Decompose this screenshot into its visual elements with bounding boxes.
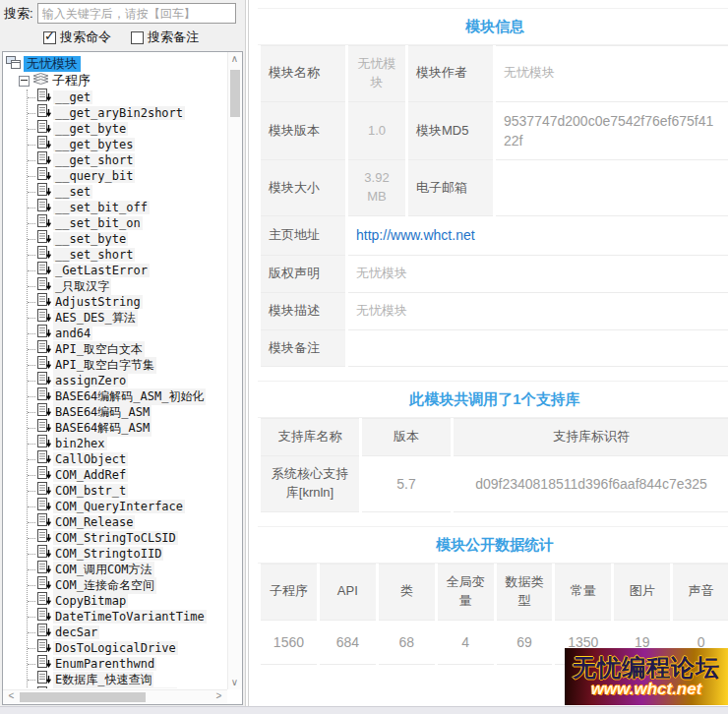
tree-leaf-item[interactable]: BASE64编解码_ASM_初始化 [28, 388, 226, 404]
tree-leaf-item[interactable]: __set_bit_off [28, 200, 226, 215]
tree-leaf-item[interactable]: bin2hex [28, 436, 226, 451]
watermark-url: www.whct.net [591, 680, 702, 699]
tree-group-item[interactable]: 子程序 [19, 72, 226, 89]
search-input[interactable] [37, 3, 236, 24]
tree-leaf-item[interactable]: API_取空白字节集 [28, 357, 226, 373]
tree-leaf-item[interactable]: COM_StringtoIID [28, 546, 226, 562]
info-row: 模块版本1.0模块MD59537747d200c0e7542f76ef675f4… [261, 102, 728, 161]
tree-leaf-label: COM_Release [53, 515, 135, 529]
stats-header-cell: 全局变量 [438, 564, 494, 621]
tree-leaf-item[interactable]: COM_StringToCLSID [28, 530, 226, 546]
tree-leaf-item[interactable]: assignZero [28, 373, 226, 388]
tree-leaf-label: bin2hex [53, 437, 107, 450]
tree-horizontal-scrollbar[interactable]: < > [3, 689, 227, 704]
collapse-icon[interactable] [19, 76, 30, 87]
tree-leaf-label: COM_StringToCLSID [53, 531, 178, 545]
tree-leaf-label: __get_bytes [53, 138, 135, 151]
tree-leaf-item[interactable]: COM_AddRef [28, 467, 226, 483]
info-label: 版权声明 [261, 256, 345, 293]
stats-header-cell: 常量 [555, 564, 611, 621]
tree-vertical-scrollbar[interactable]: ∧ ∨ [227, 52, 242, 689]
tree-content: 无忧模块 子程序 __get __get_aryBin2short __get_… [6, 55, 226, 688]
tree-leaf-item[interactable]: _GetLastError [28, 263, 226, 278]
tree-leaf-item[interactable]: COM_QueryInterface [28, 499, 226, 514]
tree-leaf-label: __get_short [53, 153, 135, 167]
subroutine-folder-icon [32, 73, 49, 89]
vertical-scroll-thumb[interactable] [230, 70, 240, 117]
tree-leaf-label: COM_AddRef [53, 468, 128, 482]
search-command-label: 搜索命令 [60, 29, 111, 46]
libs-header-cell: 版本 [362, 418, 451, 456]
tree-leaf-item[interactable]: __query_bit [28, 168, 226, 184]
tree-leaf-item[interactable]: __set_short [28, 247, 226, 263]
tree-leaf-item[interactable]: DateTimeToVariantTime [28, 609, 226, 625]
tree-leaf-item[interactable]: COM_连接命名空间 [28, 577, 226, 593]
tree-leaf-item[interactable]: __get_short [28, 152, 226, 168]
tree-leaf-item[interactable]: __get [28, 89, 226, 105]
sidebar-panel: 搜索: 搜索命令 搜索备注 无忧模块 子程序 [0, 0, 246, 706]
tree-leaf-label: __set [53, 185, 92, 199]
support-libs-table: 支持库名称版本支持库标识符系统核心支持库[krnln]5.7d09f234081… [258, 418, 728, 512]
search-note-checkbox[interactable] [131, 31, 144, 44]
stats-header-cell: 图片 [614, 564, 670, 621]
tree-leaf-item[interactable]: DosToLogicalDrive [28, 640, 226, 656]
tree-leaf-item[interactable]: BASE64解码_ASM [28, 420, 226, 436]
info-value: 无忧模块 [348, 256, 728, 293]
tree-leaf-item[interactable]: API_取空白文本 [28, 341, 226, 357]
stats-value-cell: 68 [379, 621, 435, 665]
tree-leaf-label: __get_aryBin2short [53, 106, 185, 120]
tree-leaf-item[interactable]: COM_调用COM方法 [28, 562, 226, 577]
scroll-left-icon[interactable]: < [5, 691, 18, 701]
tree-leaf-item[interactable]: __set_byte [28, 231, 226, 247]
libs-header-row: 支持库名称版本支持库标识符 [261, 418, 728, 456]
panel-splitter[interactable] [245, 0, 249, 706]
tree-root-item[interactable]: 无忧模块 [6, 55, 226, 72]
tree-leaf-item[interactable]: E数据库_快速查询 [28, 672, 226, 687]
tree-leaf-item[interactable]: __get_byte [28, 121, 226, 137]
stats-header-cell: 类 [379, 564, 435, 621]
stats-value-cell: 684 [320, 621, 376, 665]
stats-value-cell: 4 [438, 621, 494, 665]
search-command-option[interactable]: 搜索命令 [43, 29, 111, 46]
scroll-right-icon[interactable]: > [212, 691, 225, 701]
tree-leaf-item[interactable]: CallObject [28, 451, 226, 467]
tree-leaf-item[interactable]: COM_bstr_t [28, 483, 226, 499]
tree-leaf-label: DosToLogicalDrive [53, 641, 178, 655]
tree-leaf-item[interactable]: AES_DES_算法 [28, 310, 226, 326]
tree-leaf-item[interactable]: _只取汉字 [28, 278, 226, 294]
tree-leaf-item[interactable]: EnumParenthwnd [28, 656, 226, 672]
search-note-option[interactable]: 搜索备注 [131, 29, 199, 46]
info-label: 电子邮箱 [408, 160, 493, 216]
module-info-content: 模块信息 模块名称无忧模块模块作者无忧模块模块版本1.0模块MD59537747… [258, 8, 728, 679]
tree-leaf-item[interactable]: E数据库_修复易数据库 [28, 687, 226, 688]
tree-leaf-item[interactable]: COM_Release [28, 514, 226, 530]
tree-leaf-label: __set_bit_on [53, 216, 143, 230]
info-value [348, 330, 728, 368]
tree-leaf-item[interactable]: AdjustString [28, 294, 226, 310]
info-value: 无忧模块 [496, 45, 728, 102]
tree-leaf-label: _GetLastError [53, 264, 150, 277]
stats-title: 模块公开数据统计 [258, 526, 728, 564]
tree-leaf-item[interactable]: and64 [28, 326, 226, 341]
tree-leaf-item[interactable]: CopyBitmap [28, 593, 226, 609]
search-command-checkbox[interactable] [43, 31, 56, 44]
info-value: http://www.whct.net [348, 216, 728, 256]
tree-leaf-item[interactable]: __get_bytes [28, 137, 226, 152]
homepage-link[interactable]: http://www.whct.net [356, 227, 475, 243]
horizontal-scroll-thumb[interactable] [20, 692, 146, 702]
tree-leaf-item[interactable]: BASE64编码_ASM [28, 404, 226, 420]
stats-value-cell: 69 [497, 621, 553, 665]
tree-leaf-item[interactable]: decSar [28, 625, 226, 640]
info-value: 1.0 [348, 102, 405, 161]
scroll-up-icon[interactable]: ∧ [228, 54, 241, 64]
tree-leaf-item[interactable]: __set [28, 184, 226, 200]
tree-leaf-item[interactable]: __get_aryBin2short [28, 105, 226, 121]
scroll-down-icon[interactable]: ∨ [228, 678, 241, 687]
info-value: 9537747d200c0e7542f76ef675f4122f [496, 102, 728, 161]
stats-header-cell: 声音 [673, 564, 728, 621]
libs-data-cell: 5.7 [362, 456, 451, 512]
tree-leaf-label: COM_调用COM方法 [53, 562, 154, 578]
info-label: 模块作者 [408, 45, 493, 102]
tree-leaf-label: decSar [53, 625, 99, 639]
tree-leaf-item[interactable]: __set_bit_on [28, 215, 226, 231]
